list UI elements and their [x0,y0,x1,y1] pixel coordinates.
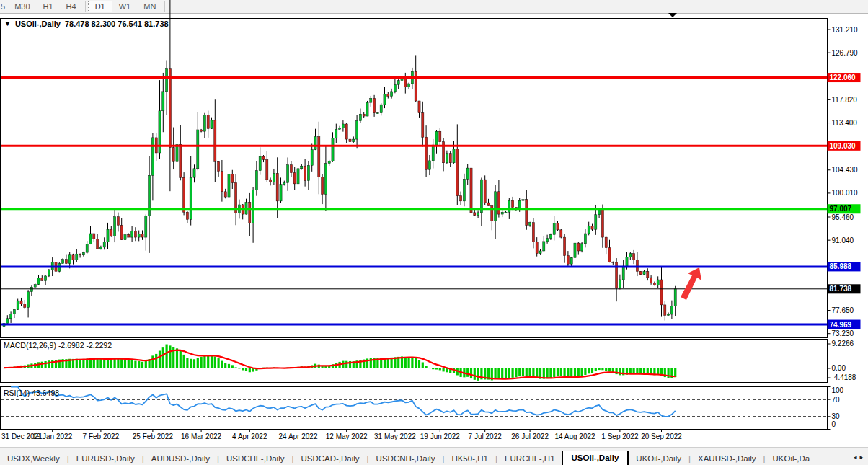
candle-body [463,179,465,201]
candle-body [259,156,261,171]
symbol-tab-audusddaily[interactable]: AUDUSD-,Daily [144,452,217,465]
candle-body [387,94,389,97]
symbol-tab-usdchfdaily[interactable]: USDCHF-,Daily [219,452,292,465]
date-axis-label: 1 Sep 2022 [601,433,639,440]
candle-body [588,226,590,234]
candle-body [460,196,462,201]
candle-body [324,164,327,195]
symbol-tab-usdcnhdaily[interactable]: USDCNH-,Daily [369,452,443,465]
macd-bar [242,368,244,370]
macd-bar [97,358,99,368]
symbol-tab-eurusddaily[interactable]: EURUSD-,Daily [69,452,142,465]
macd-bar [151,355,154,368]
tab-scroll-right-icon[interactable]: ▸ [859,453,866,461]
macd-bar [567,368,569,377]
candle-body [293,173,296,184]
candle-body [404,77,407,87]
candle-body [384,94,386,105]
tab-scroll-arrows[interactable]: ◂▸ [851,453,866,461]
macd-bar [238,368,240,368]
rsi-value: 43.6498 [32,389,59,397]
candle-body [255,171,257,190]
macd-bar [221,361,223,368]
candle-body [128,234,130,237]
candle-body [124,234,126,239]
symbol-tab-xauusddaily[interactable]: XAUUSD-,Daily [691,452,763,465]
candle-body [584,234,586,244]
symbol-tab-usdcaddaily[interactable]: USDCAD-,Daily [293,452,366,465]
candle-body [172,148,174,162]
macd-bar [117,358,119,368]
macd-bar [345,361,347,368]
candle-body [626,257,628,266]
price-axis-label: 126.790 [832,49,859,57]
symbol-tab-ukoilda[interactable]: UKOil-,Da [766,452,818,465]
macd-bar [138,361,140,368]
price-badge-label: 97.007 [830,205,852,213]
candle-body [145,216,147,237]
candle-body [553,223,555,234]
candle-body [512,200,514,207]
symbol-tab-hk50h1[interactable]: HK50-,H1 [444,452,495,465]
candle-body [273,173,275,182]
chart-title[interactable]: ▼ USOil-,Daily 78.478 82.300 76.541 81.7… [4,19,169,28]
macd-bar [443,368,445,371]
rsi-indicator-label: RSI(14) 43.6498 [4,389,59,397]
candle-body [301,166,303,169]
macd-bar [110,359,112,368]
macd-bar [408,357,410,368]
candle-body [249,202,251,223]
price-axis-label: 73.230 [832,329,854,337]
candle-body [639,271,642,274]
macd-bar [180,351,182,368]
candle-body [162,92,164,111]
macd-bar [505,368,507,379]
candle-body [103,242,105,247]
candle-body [99,247,102,249]
macd-bar [114,358,116,368]
symbol-tab-eurchfh1[interactable]: EURCHF-,H1 [497,452,562,465]
candle-body [370,98,372,102]
macd-bar [162,347,164,368]
candle-body [328,161,330,164]
macd-bar [197,358,199,368]
macd-bar [141,362,143,368]
candle-body [141,234,143,237]
macd-bar [570,368,572,378]
symbol-tab-usdxweekly[interactable]: USDX,Weekly [0,452,67,465]
candle-body [183,177,185,212]
candle-body [622,266,624,280]
candle-body [27,292,30,308]
macd-indicator-label: MACD(12,26,9) -2.6982 -2.2292 [4,341,112,350]
candle-body [335,129,337,138]
candle-body [339,128,341,129]
rsi-name: RSI(14) [4,389,30,397]
candle-body [549,234,552,238]
candle-body [636,260,638,271]
candle-body [650,278,652,283]
candle-body [619,280,621,288]
macd-bar [411,357,413,368]
symbol-dropdown-icon[interactable]: ▼ [4,20,11,27]
candle-body [176,144,178,161]
candle-body [82,252,84,255]
candle-body [577,243,580,251]
symbol-tab-usoildaily[interactable]: USOil-,Daily [562,451,629,465]
candle-body [522,200,524,200]
symbol-tab-ukoildaily[interactable]: UKOil-,Daily [629,452,688,465]
candle-body [138,234,140,237]
macd-bar [120,359,123,368]
date-axis-label: 19 Jan 2022 [32,433,72,440]
candle-body [660,280,663,305]
candle-body [643,271,645,274]
candle-body [262,156,265,159]
candle-body [466,168,469,179]
candle-body [657,280,659,285]
macd-bar [591,368,593,373]
date-axis-label: 25 Feb 2022 [133,433,174,440]
macd-bar [581,368,583,376]
candle-body [394,84,396,91]
candle-body [76,254,78,260]
price-axis-label: 95.460 [832,213,854,221]
candle-body [6,319,9,324]
